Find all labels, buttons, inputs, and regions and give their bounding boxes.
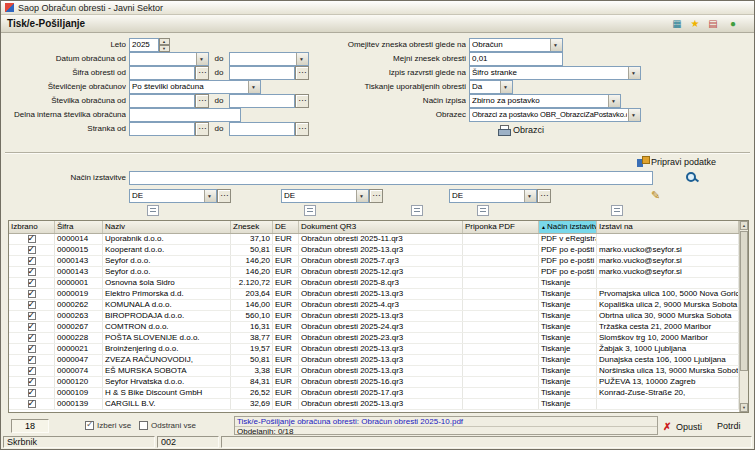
checkbox-icon[interactable] — [28, 389, 36, 397]
row-checkbox[interactable] — [9, 399, 55, 409]
table-row[interactable]: 0000047ZVEZA RAČUNOVODIJ,50,81EURObračun… — [9, 355, 739, 366]
favorites-star-icon[interactable] — [688, 17, 702, 31]
table-row[interactable]: 0000019Elektro Primorska d.d.203,64EUROb… — [9, 289, 739, 300]
table-row[interactable]: 0000143Seyfor d.o.o.146,20EURObračun obr… — [9, 267, 739, 278]
table-row[interactable]: 0000139CARGILL B.V.32,69EURObračun obres… — [9, 399, 739, 410]
de-lookup-button-2[interactable] — [369, 189, 383, 203]
chevron-down-icon[interactable] — [196, 53, 208, 65]
delna-interna-input[interactable] — [129, 108, 241, 122]
row-checkbox[interactable] — [9, 355, 55, 365]
checkbox-icon[interactable] — [28, 367, 36, 375]
column-header-dokument-qr3[interactable]: Dokument QR3 — [299, 221, 463, 233]
column-header-naziv[interactable]: Naziv — [103, 221, 231, 233]
leto-input[interactable]: 2025 — [129, 38, 159, 52]
row-checkbox[interactable] — [9, 333, 55, 343]
table-row[interactable]: 0000109H & S Bike Discount GmbH26,52EURO… — [9, 388, 739, 399]
confirm-button[interactable]: Potrdi — [717, 421, 741, 431]
row-checkbox[interactable] — [9, 311, 55, 321]
de-combo-2[interactable]: DE — [281, 189, 369, 203]
checkbox-icon[interactable] — [28, 301, 36, 309]
checkbox-icon[interactable] — [28, 323, 36, 331]
chevron-down-icon[interactable] — [608, 95, 620, 107]
stranka-do-input[interactable] — [229, 122, 295, 136]
datum-od-combo[interactable] — [129, 52, 209, 66]
checkbox-icon[interactable] — [28, 356, 36, 364]
row-checkbox[interactable] — [9, 267, 55, 277]
de-combo-1[interactable]: DE — [129, 189, 217, 203]
leto-stepper[interactable] — [159, 38, 170, 52]
stranka-od-lookup-button[interactable] — [195, 122, 209, 136]
checkbox-icon[interactable] — [28, 246, 36, 254]
help-icon[interactable] — [726, 17, 740, 31]
column-header-priponka-pdf[interactable]: Priponka PDF — [463, 221, 539, 233]
checkbox-icon[interactable] — [28, 257, 36, 265]
sifra-obresti-od-lookup-button[interactable] — [195, 66, 209, 80]
chevron-down-icon[interactable] — [628, 109, 640, 121]
checkbox-icon[interactable] — [28, 290, 36, 298]
row-checkbox[interactable] — [9, 344, 55, 354]
chevron-down-icon[interactable] — [500, 81, 512, 93]
de-lookup-button-1[interactable] — [217, 189, 231, 203]
chevron-down-icon[interactable] — [204, 190, 216, 202]
table-row[interactable]: 0000228POŠTA SLOVENIJE d.o.o.38,77EURObr… — [9, 333, 739, 344]
column-header-de[interactable]: DE — [273, 221, 299, 233]
row-checkbox[interactable] — [9, 245, 55, 255]
chevron-down-icon[interactable] — [628, 67, 640, 79]
sifra-obresti-od-input[interactable] — [129, 66, 195, 80]
template-icon[interactable] — [477, 205, 489, 216]
chevron-down-icon[interactable] — [524, 190, 536, 202]
nacin-izstavitve-input[interactable] — [129, 171, 653, 185]
template-icon[interactable] — [611, 205, 623, 216]
table-row[interactable]: 0000014Uporabnik d.o.o.37,10EURObračun o… — [9, 234, 739, 245]
checkbox-icon[interactable] — [139, 421, 148, 430]
stranka-do-lookup-button[interactable] — [295, 122, 309, 136]
checkbox-icon[interactable] — [28, 400, 36, 408]
table-row[interactable]: 0000074EŠ MURSKA SOBOTA3,38EURObračun ob… — [9, 366, 739, 377]
column-header-znesek[interactable]: Znesek — [231, 221, 273, 233]
table-row[interactable]: 0000021Broinženjering d.o.o.19,57EURObra… — [9, 344, 739, 355]
column-header-izstavi-na[interactable]: Izstavi na — [597, 221, 739, 233]
vertical-scrollbar[interactable] — [739, 221, 748, 412]
table-row[interactable]: 0000263BIROPRODAJA d.o.o.560,10EURObraču… — [9, 311, 739, 322]
checkbox-icon[interactable] — [28, 268, 36, 276]
izpis-razvrsti-combo[interactable]: Šifro stranke — [469, 66, 641, 80]
table-row[interactable]: 0000143Seyfor d.o.o.146,20EURObračun obr… — [9, 256, 739, 267]
spin-down-icon[interactable] — [159, 45, 170, 52]
row-checkbox[interactable] — [9, 289, 55, 299]
column-header-sifra[interactable]: Šifra — [55, 221, 103, 233]
search-icon[interactable] — [685, 171, 699, 185]
table-row[interactable]: 0000267COMTRON d.o.o.16,31EURObračun obr… — [9, 322, 739, 333]
stranka-od-input[interactable] — [129, 122, 195, 136]
scroll-up-icon[interactable] — [740, 221, 748, 230]
checkbox-icon[interactable] — [28, 378, 36, 386]
stevilcenje-combo[interactable]: Po številki obračuna — [129, 80, 261, 94]
tiskanje-obresti-combo[interactable]: Da — [469, 80, 513, 94]
row-checkbox[interactable] — [9, 366, 55, 376]
report-icon[interactable] — [706, 17, 720, 31]
table-row[interactable]: 0000015Kooperant d.o.o.50,81EURObračun o… — [9, 245, 739, 256]
checkbox-icon[interactable] — [28, 312, 36, 320]
stevilka-od-lookup-button[interactable] — [195, 94, 209, 108]
pripravi-podatke-button[interactable]: Pripravi podatke — [637, 156, 716, 167]
row-checkbox[interactable] — [9, 377, 55, 387]
row-checkbox[interactable] — [9, 256, 55, 266]
nacin-izpisa-combo[interactable]: Zbirno za postavko — [469, 94, 621, 108]
cancel-button[interactable]: Opusti — [663, 421, 702, 432]
scroll-down-icon[interactable] — [740, 403, 748, 412]
column-header-izbrano[interactable]: Izbrano — [9, 221, 55, 233]
table-row[interactable]: 0000262KOMUNALA d.o.o.146,00EURObračun o… — [9, 300, 739, 311]
template-icon[interactable] — [147, 205, 159, 216]
template-icon[interactable] — [304, 205, 316, 216]
checkbox-icon[interactable] — [28, 279, 36, 287]
table-row[interactable]: 0000001Osnovna šola Sidro2.120,72EURObra… — [9, 278, 739, 289]
table-row[interactable]: 0000120Seyfor Hrvatska d.o.o.84,31EURObr… — [9, 377, 739, 388]
template-icon[interactable] — [411, 205, 423, 216]
column-header-nacin-izstavitve[interactable]: Način izstavitve — [539, 221, 597, 233]
row-checkbox[interactable] — [9, 388, 55, 398]
row-checkbox[interactable] — [9, 278, 55, 288]
spin-up-icon[interactable] — [159, 38, 170, 45]
checkbox-icon[interactable] — [85, 421, 94, 430]
obrazec-combo[interactable]: Obrazci za postavko OBR_ObrazciZaPostavk… — [469, 108, 641, 122]
chevron-down-icon[interactable] — [550, 39, 562, 51]
obrazci-button[interactable]: Obrazci — [498, 125, 544, 135]
